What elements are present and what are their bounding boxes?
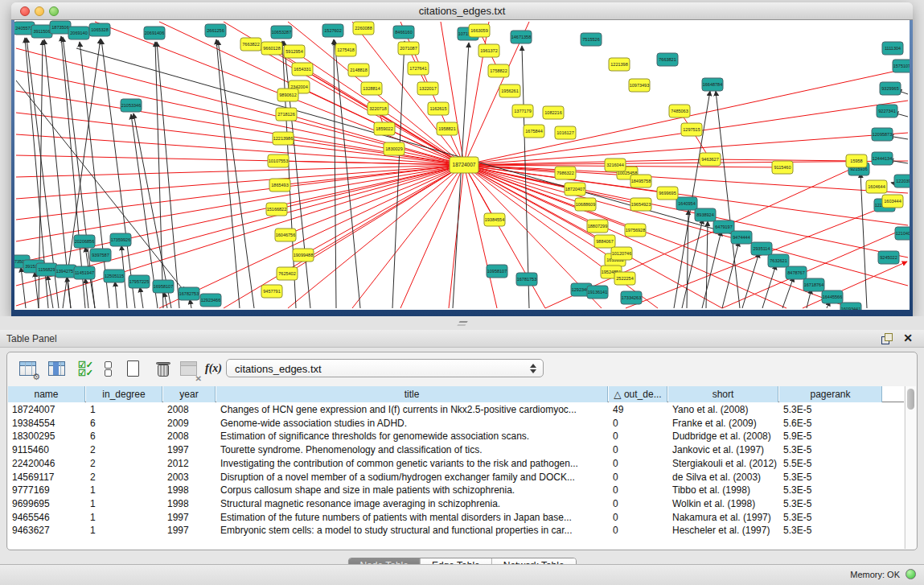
citation-edge-red[interactable] <box>159 165 464 308</box>
float-window-icon[interactable] <box>881 333 892 344</box>
graph-node[interactable]: 1640954 <box>676 197 697 210</box>
graph-node[interactable]: 9397587 <box>90 249 111 262</box>
graph-node[interactable]: 2718126 <box>276 108 297 121</box>
graph-node[interactable]: 2522254 <box>614 272 635 285</box>
citation-edge-black[interactable] <box>334 39 336 308</box>
graph-node[interactable]: 1527602 <box>322 24 343 37</box>
graph-node[interactable]: 1328814 <box>361 82 382 95</box>
graph-node[interactable]: 20691406 <box>144 27 165 39</box>
graph-node[interactable]: 19099488 <box>293 249 314 262</box>
graph-node[interactable]: 19384554 <box>484 213 505 226</box>
graph-node[interactable]: 19654923 <box>630 198 651 211</box>
graph-node[interactable]: 7625402 <box>277 267 298 280</box>
graph-node[interactable]: 1275418 <box>335 43 356 56</box>
graph-node[interactable]: 7663822 <box>240 38 261 51</box>
graph-node[interactable]: 9329965 <box>880 82 901 95</box>
citation-edge-black[interactable] <box>157 42 179 308</box>
graph-node[interactable]: 9457791 <box>261 285 282 298</box>
graph-node[interactable]: 1727641 <box>408 62 429 75</box>
column-select-icon[interactable] <box>46 358 68 381</box>
citation-edge-black[interactable] <box>702 231 721 308</box>
graph-node[interactable]: 3216044 <box>605 159 626 171</box>
graph-node[interactable]: 1675844 <box>524 125 544 138</box>
citation-edge-red[interactable] <box>464 161 908 165</box>
column-header-pagerank[interactable]: pagerank <box>779 386 882 402</box>
graph-node[interactable]: 21053346 <box>121 99 142 112</box>
graph-node[interactable]: 9463627 <box>700 153 721 166</box>
graph-node[interactable]: 9660128 <box>261 42 282 55</box>
graph-node[interactable]: 18720407 <box>565 183 585 196</box>
graph-node[interactable]: 10653287 <box>271 26 292 39</box>
citation-edge-black[interactable] <box>67 277 71 308</box>
graph-node[interactable]: 16046756 <box>275 229 296 241</box>
graph-node[interactable]: 16445566 <box>822 290 843 303</box>
graph-node[interactable]: 2935114 <box>751 242 772 255</box>
graph-node[interactable]: 8938924 <box>695 208 716 221</box>
row-select-icon[interactable]: ☑✓☑✓ <box>75 358 97 381</box>
column-header-short[interactable]: short <box>668 386 778 402</box>
horizontal-splitter[interactable] <box>0 316 924 330</box>
graph-node[interactable]: 1082216 <box>543 106 564 119</box>
graph-node[interactable]: 8466160 <box>393 26 414 39</box>
table-row[interactable]: 911546021997Tourette syndrome. Phenomeno… <box>8 443 904 457</box>
function-icon[interactable]: f(x) <box>203 358 226 381</box>
graph-node[interactable]: 12104034 <box>895 227 910 240</box>
window-titlebar[interactable]: citations_edges.txt <box>11 2 913 20</box>
table-row[interactable]: 1456911722003Disruption of a novel membe… <box>8 471 904 484</box>
graph-node[interactable]: 10973493 <box>629 79 650 92</box>
graph-node[interactable]: 1873506 <box>50 21 71 34</box>
table-row[interactable]: 1872400712008Changes of HCN gene express… <box>8 403 904 417</box>
graph-node[interactable]: 1654331 <box>292 63 313 76</box>
graph-node[interactable]: 8478767 <box>786 266 807 279</box>
graph-node[interactable]: 9227341 <box>877 105 897 117</box>
graph-node[interactable]: 1961372 <box>478 44 499 57</box>
citation-edge-black[interactable] <box>762 265 776 308</box>
table-row[interactable]: 1830029562008Estimation of significance … <box>8 430 904 443</box>
graph-node[interactable]: 15166822 <box>266 203 287 216</box>
graph-node[interactable]: 17334263 <box>621 291 642 304</box>
citation-edge-black[interactable] <box>860 173 867 308</box>
graph-node[interactable]: 2260088 <box>353 22 374 35</box>
graph-node[interactable]: 19756928 <box>625 224 646 237</box>
graph-node[interactable]: 12095873 <box>872 128 893 141</box>
graph-node[interactable]: 16648784 <box>702 78 723 91</box>
new-file-icon[interactable] <box>123 358 146 381</box>
graph-node[interactable]: 16718764 <box>803 278 824 291</box>
graph-node[interactable]: 13942757 <box>55 265 76 278</box>
citation-edge-red[interactable] <box>16 165 464 177</box>
graph-node[interactable]: 2071087 <box>398 42 419 55</box>
graph-node[interactable]: 1221398 <box>609 58 630 71</box>
graph-node[interactable]: 15958 <box>846 154 867 167</box>
graph-node[interactable]: 1111304 <box>882 42 903 55</box>
graph-node[interactable]: 15751074 <box>893 60 910 72</box>
citation-edge-red[interactable] <box>464 165 497 308</box>
graph-node[interactable]: 12444134 <box>872 152 893 165</box>
graph-node[interactable]: 16093441 <box>840 303 861 310</box>
graph-node[interactable]: 12923466 <box>200 294 221 307</box>
table-settings-icon[interactable]: ⚙ <box>17 358 39 381</box>
graph-node[interactable]: 1830029 <box>384 142 405 155</box>
graph-node[interactable]: 1859022 <box>374 122 395 135</box>
graph-node[interactable]: 7485063 <box>669 105 690 117</box>
table-row[interactable]: 946554611997Estimation of the future num… <box>8 511 904 525</box>
graph-node[interactable]: 7986322 <box>555 167 576 179</box>
graph-node[interactable]: 16782753 <box>179 287 199 300</box>
graph-node[interactable]: 20206856 <box>74 235 95 248</box>
graph-node[interactable]: 17957225 <box>129 275 150 288</box>
citation-edge-black[interactable] <box>21 267 26 308</box>
graph-node[interactable]: 11451947 <box>74 266 95 279</box>
graph-node[interactable]: 9884067 <box>594 235 615 248</box>
graph-node[interactable]: 10107553 <box>268 154 289 167</box>
table-row[interactable]: 2242004622012Investigating the contribut… <box>8 457 904 471</box>
graph-node[interactable]: 1377179 <box>512 105 533 117</box>
citation-edge-red[interactable] <box>224 165 464 308</box>
table-row[interactable]: 969969511998Structural magnetic resonanc… <box>8 497 904 511</box>
column-header-in_degree[interactable]: in_degree <box>86 386 162 402</box>
graph-node[interactable]: 2148818 <box>348 64 369 76</box>
graph-node[interactable]: 9474444 <box>731 231 752 244</box>
graph-node[interactable]: 1220391 <box>894 175 910 187</box>
memory-status-icon[interactable] <box>906 569 916 579</box>
table-row[interactable]: 977716911998Corpus callosum shape and si… <box>8 484 904 497</box>
table-scrollbar[interactable] <box>905 386 916 549</box>
graph-node[interactable]: 12213986 <box>273 132 294 145</box>
